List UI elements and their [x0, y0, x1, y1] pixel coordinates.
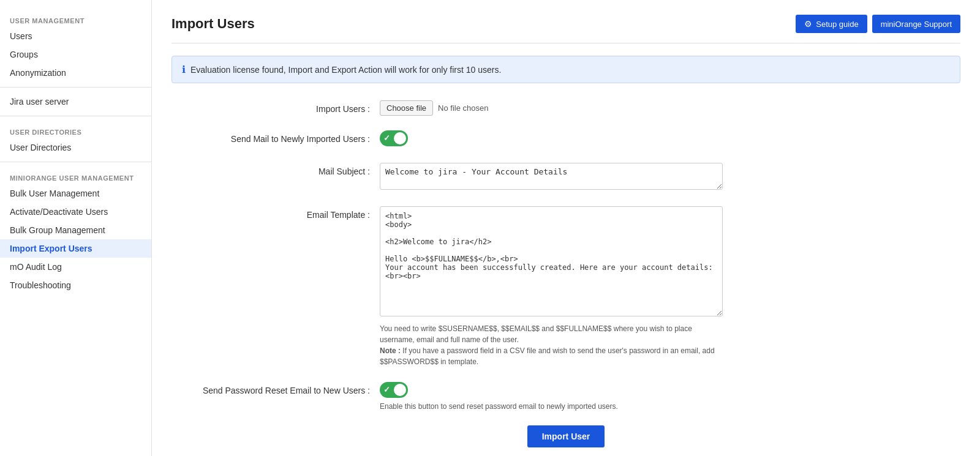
- sidebar-section-miniorange: MINIORANGE USER MANAGEMENT: [0, 167, 151, 184]
- import-user-button[interactable]: Import User: [527, 425, 605, 447]
- import-users-label: Import Users :: [172, 100, 380, 114]
- send-password-reset-toggle-wrapper[interactable]: ✓: [380, 382, 408, 398]
- sidebar-item-bulk-user-management[interactable]: Bulk User Management: [0, 184, 151, 203]
- send-mail-toggle-wrapper[interactable]: ✓: [380, 130, 408, 146]
- template-note-label: Note :: [380, 346, 401, 355]
- file-input-row: Choose file No file chosen: [380, 100, 960, 116]
- toggle-slider-password-reset: [380, 382, 408, 398]
- info-banner-text: Evaluation license found, Import and Exp…: [190, 65, 501, 75]
- page-title: Import Users: [172, 16, 255, 32]
- info-banner: ℹ Evaluation license found, Import and E…: [172, 56, 960, 83]
- sidebar: USER MANAGEMENT Users Groups Anonymizati…: [0, 0, 152, 456]
- sidebar-item-bulk-group-management[interactable]: Bulk Group Management: [0, 221, 151, 239]
- sidebar-item-users[interactable]: Users: [0, 27, 151, 45]
- send-password-reset-row: Send Password Reset Email to New Users :…: [172, 382, 960, 411]
- sidebar-section-user-management: USER MANAGEMENT: [0, 10, 151, 27]
- send-mail-label: Send Mail to Newly Imported Users :: [172, 130, 380, 144]
- miniorange-support-button[interactable]: miniOrange Support: [872, 15, 960, 33]
- sidebar-item-import-export-users[interactable]: Import Export Users: [0, 239, 151, 258]
- setup-guide-button[interactable]: ⚙ Setup guide: [796, 15, 867, 33]
- mail-subject-row: Mail Subject :: [172, 163, 960, 192]
- email-template-control: You need to write $SUSERNAME$$, $$EMAIL$…: [380, 206, 960, 367]
- template-hint-main: You need to write $SUSERNAME$$, $$EMAIL$…: [380, 324, 692, 344]
- import-button-row: Import User: [172, 425, 960, 447]
- sidebar-divider-2: [0, 116, 151, 116]
- info-icon: ℹ: [182, 64, 186, 75]
- email-template-textarea[interactable]: [380, 206, 723, 316]
- choose-file-button[interactable]: Choose file: [380, 100, 433, 116]
- header-buttons: ⚙ Setup guide miniOrange Support: [796, 15, 960, 33]
- mail-subject-label: Mail Subject :: [172, 163, 380, 176]
- sidebar-divider-3: [0, 162, 151, 162]
- template-hint: You need to write $SUSERNAME$$, $$EMAIL$…: [380, 323, 723, 367]
- import-users-control: Choose file No file chosen: [380, 100, 960, 116]
- email-template-label: Email Template :: [172, 206, 380, 220]
- mail-subject-input[interactable]: [380, 163, 723, 190]
- sidebar-item-troubleshooting[interactable]: Troubleshooting: [0, 276, 151, 294]
- send-password-reset-hint: Enable this button to send reset passwor…: [380, 402, 960, 411]
- page-header: Import Users ⚙ Setup guide miniOrange Su…: [172, 15, 960, 43]
- send-mail-toggle[interactable]: ✓: [380, 130, 408, 146]
- sidebar-item-mo-audit-log[interactable]: mO Audit Log: [0, 258, 151, 276]
- sidebar-item-user-directories[interactable]: User Directories: [0, 138, 151, 157]
- import-users-row: Import Users : Choose file No file chose…: [172, 100, 960, 116]
- sidebar-section-user-directories: USER DIRECTORIES: [0, 121, 151, 138]
- setup-guide-label: Setup guide: [816, 20, 858, 29]
- send-password-reset-label: Send Password Reset Email to New Users :: [172, 382, 380, 395]
- sidebar-item-activate-deactivate[interactable]: Activate/Deactivate Users: [0, 203, 151, 221]
- mail-subject-control: [380, 163, 960, 192]
- sidebar-item-anonymization[interactable]: Anonymization: [0, 64, 151, 82]
- toggle-slider-send-mail: [380, 130, 408, 146]
- send-password-reset-control: ✓ Enable this button to send reset passw…: [380, 382, 960, 411]
- gear-icon: ⚙: [804, 19, 812, 29]
- sidebar-divider-1: [0, 87, 151, 88]
- no-file-text: No file chosen: [438, 103, 488, 113]
- main-content: Import Users ⚙ Setup guide miniOrange Su…: [152, 0, 980, 456]
- send-password-reset-toggle[interactable]: ✓: [380, 382, 408, 398]
- template-note-text: If you have a password field in a CSV fi…: [380, 346, 715, 366]
- send-mail-control: ✓: [380, 130, 960, 148]
- sidebar-item-jira-user-server[interactable]: Jira user server: [0, 92, 151, 111]
- send-mail-row: Send Mail to Newly Imported Users : ✓: [172, 130, 960, 148]
- import-users-form: Import Users : Choose file No file chose…: [172, 100, 960, 447]
- sidebar-item-groups[interactable]: Groups: [0, 45, 151, 64]
- email-template-row: Email Template : You need to write $SUSE…: [172, 206, 960, 367]
